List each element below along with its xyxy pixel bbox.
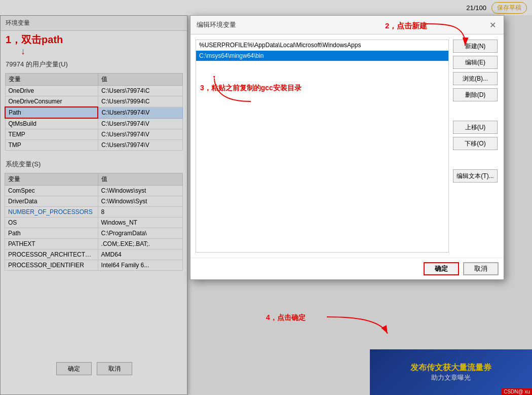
dialog-cancel-button[interactable]: 取消 [463,262,499,275]
browse-button[interactable]: 浏览(B)... [453,72,498,85]
spacer3 [453,153,498,158]
edit-button[interactable]: 编辑(E) [453,56,498,69]
path-list-area[interactable]: %USERPROFILE%\AppData\Local\Microsoft\Wi… [196,40,449,253]
new-button[interactable]: 新建(N) [453,40,498,53]
delete-button[interactable]: 删除(D) [453,88,498,101]
edit-env-dialog: 编辑环境变量 ✕ %USERPROFILE%\AppData\Local\Mic… [190,15,504,280]
dialog-side-buttons: 新建(N) 编辑(E) 浏览(B)... 删除(D) 上移(U) 下移(O) 编… [453,40,499,253]
spacer2 [453,113,498,118]
path-item-1[interactable]: C:\msys64\mingw64\bin [196,51,448,61]
move-up-button[interactable]: 上移(U) [453,121,498,134]
edit-text-button[interactable]: 编辑文本(T)... [453,169,498,183]
dialog-ok-button[interactable]: 确定 [424,262,459,275]
dialog-content: %USERPROFILE%\AppData\Local\Microsoft\Wi… [191,34,504,258]
path-item-0[interactable]: %USERPROFILE%\AppData\Local\Microsoft\Wi… [196,40,448,51]
spacer4 [453,161,498,166]
dialog-title: 编辑环境变量 [197,20,236,29]
csdn-badge: CSDN@ xu [502,388,532,395]
dialog-titlebar: 编辑环境变量 ✕ [191,16,504,34]
move-down-button[interactable]: 下移(O) [453,137,498,150]
close-dialog-button[interactable]: ✕ [487,20,498,30]
dialog-footer: 确定 取消 [191,258,504,279]
spacer [453,104,498,110]
